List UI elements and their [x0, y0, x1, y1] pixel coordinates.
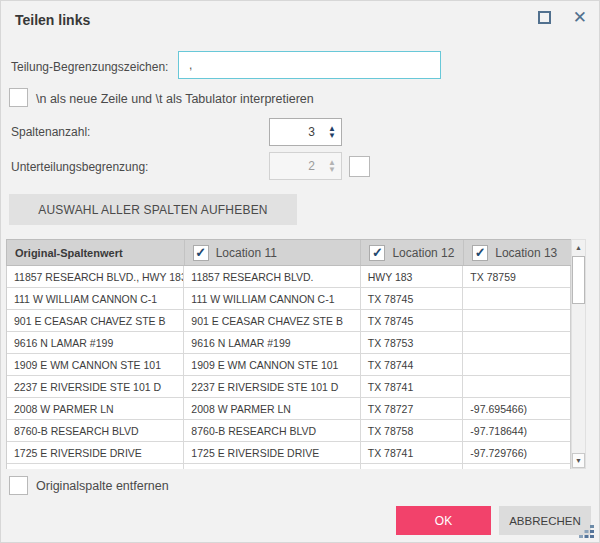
- table-cell: 1725 E RIVERSIDE DRIVE: [184, 442, 360, 464]
- table-cell: -97.718644): [463, 420, 570, 442]
- table-row: 1725 E RIVERSIDE DRIVE 1725 E RIVERSIDE …: [6, 442, 571, 464]
- column-header-label: Location 13: [495, 246, 557, 260]
- table-cell: 11857 RESEARCH BLVD.: [184, 266, 360, 288]
- column-count-label: Spaltenanzahl:: [11, 125, 90, 139]
- split-left-dialog: { "dialog": { "title": "Teilen links", "…: [0, 0, 600, 543]
- table-cell: TX 78745: [361, 288, 464, 310]
- deselect-all-columns-button[interactable]: AUSWAHL ALLER SPALTEN AUFHEBEN: [9, 194, 297, 225]
- scrollbar-thumb[interactable]: [572, 256, 585, 304]
- delimiter-label: Teilung-Begrenzungszeichen:: [11, 60, 168, 74]
- checkmark-icon: ✓: [475, 246, 486, 259]
- table-cell: -97.695466): [463, 398, 570, 420]
- table-cell: HWY 183: [361, 266, 464, 288]
- table-row: 8760-B RESEARCH BLVD 8760-B RESEARCH BLV…: [6, 420, 571, 442]
- table-cell: 8760-B RESEARCH BLVD: [184, 420, 360, 442]
- checkmark-icon: ✓: [195, 246, 206, 259]
- table-scrollbar[interactable]: ▲ ▼: [571, 239, 586, 469]
- scroll-up-icon[interactable]: ▲: [572, 240, 585, 255]
- table-cell: TX 78745: [361, 310, 464, 332]
- table-cell: 9616 N LAMAR #199: [184, 332, 360, 354]
- table-cell: [463, 288, 570, 310]
- column-count-stepper[interactable]: 3 ▲ ▼: [269, 118, 342, 146]
- spinner-down-icon[interactable]: ▼: [328, 132, 336, 139]
- subdivision-checkbox[interactable]: [349, 156, 370, 177]
- maximize-icon[interactable]: [538, 11, 551, 24]
- table-cell: TX 78753: [361, 332, 464, 354]
- table-cell: 111 W WILLIAM CANNON C-1: [7, 288, 184, 310]
- column-checkbox[interactable]: ✓: [193, 245, 209, 261]
- column-checkbox[interactable]: ✓: [472, 245, 488, 261]
- table-row-partial: [6, 464, 571, 469]
- table-row: 2008 W PARMER LN 2008 W PARMER LN TX 787…: [6, 398, 571, 420]
- table-row: 11857 RESEARCH BLVD., HWY 183 11857 RESE…: [6, 266, 571, 288]
- close-icon[interactable]: ✕: [573, 11, 587, 24]
- table-cell: TX 78741: [361, 376, 464, 398]
- original-column-header: Original-Spaltenwert: [7, 240, 185, 265]
- table-cell: TX 78758: [361, 420, 464, 442]
- scroll-down-icon[interactable]: ▼: [572, 453, 585, 468]
- table-cell: 901 E CEASAR CHAVEZ STE B: [184, 310, 360, 332]
- delimiter-input[interactable]: [178, 51, 441, 79]
- table-row: 111 W WILLIAM CANNON C-1 111 W WILLIAM C…: [6, 288, 571, 310]
- column-checkbox[interactable]: ✓: [369, 245, 385, 261]
- table-cell: 1909 E WM CANNON STE 101: [184, 354, 360, 376]
- table-row: 1909 E WM CANNON STE 101 1909 E WM CANNO…: [6, 354, 571, 376]
- table-cell: 1725 E RIVERSIDE DRIVE: [7, 442, 184, 464]
- column-header-location-11: ✓ Location 11: [185, 240, 362, 265]
- table-cell: TX 78727: [361, 398, 464, 420]
- table-cell: [463, 332, 570, 354]
- table-cell: 8760-B RESEARCH BLVD: [7, 420, 184, 442]
- subdivision-value: 2: [270, 159, 323, 173]
- table-cell: 2008 W PARMER LN: [184, 398, 360, 420]
- ok-button[interactable]: OK: [396, 506, 491, 535]
- remove-original-checkbox[interactable]: [9, 476, 28, 495]
- table-cell: [463, 310, 570, 332]
- table-row: 901 E CEASAR CHAVEZ STE B 901 E CEASAR C…: [6, 310, 571, 332]
- table-cell: 9616 N LAMAR #199: [7, 332, 184, 354]
- column-header-label: Location 11: [216, 246, 277, 260]
- remove-original-label: Originalspalte entfernen: [36, 479, 169, 493]
- column-header-label: Location 12: [392, 246, 454, 260]
- table-cell: TX 78741: [361, 442, 464, 464]
- subdivision-stepper: 2 ▲ ▼: [269, 152, 342, 180]
- table-row: 9616 N LAMAR #199 9616 N LAMAR #199 TX 7…: [6, 332, 571, 354]
- dialog-title: Teilen links: [15, 12, 90, 28]
- table-cell: 2237 E RIVERSIDE STE 101 D: [7, 376, 184, 398]
- interpret-escapes-label: \n als neue Zeile und \t als Tabulator i…: [36, 92, 314, 106]
- table-cell: 11857 RESEARCH BLVD., HWY 183: [7, 266, 184, 288]
- table-row: 2237 E RIVERSIDE STE 101 D 2237 E RIVERS…: [6, 376, 571, 398]
- spinner-down-icon: ▼: [328, 166, 336, 173]
- column-count-value: 3: [270, 125, 323, 139]
- cancel-button[interactable]: ABBRECHEN: [499, 506, 591, 535]
- table-cell: TX 78759: [463, 266, 570, 288]
- table-cell: 1909 E WM CANNON STE 101: [7, 354, 184, 376]
- column-header-location-12: ✓ Location 12: [361, 240, 464, 265]
- table-cell: [463, 376, 570, 398]
- table-cell: 2237 E RIVERSIDE STE 101 D: [184, 376, 360, 398]
- subdivision-label: Unterteilungsbegrenzung:: [11, 160, 148, 174]
- table-cell: 2008 W PARMER LN: [7, 398, 184, 420]
- split-preview-table: Original-Spaltenwert ✓ Location 11 ✓ Loc…: [6, 239, 586, 469]
- table-cell: 111 W WILLIAM CANNON C-1: [184, 288, 360, 310]
- table-header-row: Original-Spaltenwert ✓ Location 11 ✓ Loc…: [6, 239, 571, 266]
- interpret-escapes-checkbox[interactable]: [9, 88, 28, 107]
- table-cell: TX 78744: [361, 354, 464, 376]
- column-header-location-13: ✓ Location 13: [464, 240, 571, 265]
- resize-grip-icon[interactable]: [579, 525, 595, 539]
- checkmark-icon: ✓: [372, 246, 383, 259]
- window-controls: ✕: [538, 11, 587, 24]
- table-cell: -97.729766): [463, 442, 570, 464]
- table-cell: 901 E CEASAR CHAVEZ STE B: [7, 310, 184, 332]
- table-cell: [463, 354, 570, 376]
